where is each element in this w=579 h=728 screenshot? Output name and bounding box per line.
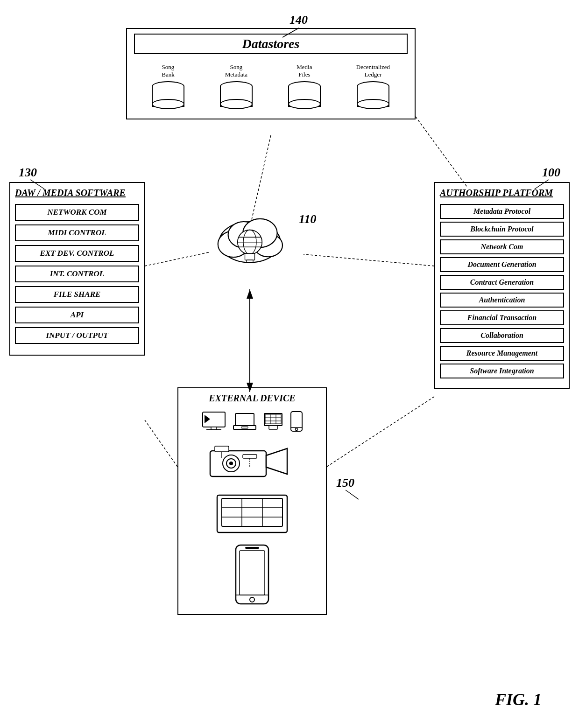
svg-rect-38 — [269, 426, 277, 429]
daw-int-control: INT. CONTROL — [15, 266, 139, 282]
daw-title: DAW / MEDIA SOFTWARE — [15, 188, 139, 198]
ref-130: 130 — [19, 166, 37, 180]
smartphone-icon — [231, 544, 273, 605]
cylinder-media-files — [288, 81, 321, 109]
auth-document-generation: Document Generation — [440, 257, 564, 272]
svg-marker-4 — [247, 289, 253, 299]
device-row-4 — [231, 544, 273, 605]
datastore-label-song-bank: SongBank — [162, 63, 174, 78]
svg-line-6 — [145, 420, 177, 467]
svg-rect-33 — [265, 414, 281, 424]
device-row-1 — [202, 411, 303, 432]
svg-point-46 — [229, 462, 233, 465]
daw-ext-dev-control: EXT DEV. CONTROL — [15, 245, 139, 262]
auth-box: AUTHORSHIP PLATFORM Metadata Protocol Bl… — [434, 182, 570, 389]
auth-authentication: Authentication — [440, 293, 564, 308]
datastore-song-metadata: SongMetadata — [220, 63, 253, 109]
cylinder-song-metadata — [220, 81, 253, 109]
mobile-icon-small — [290, 411, 303, 432]
daw-input-output: INPUT / OUTPUT — [15, 327, 139, 344]
svg-line-2 — [304, 254, 434, 266]
svg-rect-47 — [215, 446, 229, 452]
external-device-box: EXTERNAL DEVICE — [177, 387, 327, 615]
auth-contract-generation: Contract Generation — [440, 275, 564, 290]
video-camera-icon — [205, 441, 299, 483]
datastores-title: Datastores — [134, 34, 408, 54]
laptop-icon — [233, 413, 256, 430]
auth-collaboration: Collaboration — [440, 328, 564, 343]
svg-line-7 — [327, 397, 434, 467]
svg-rect-52 — [222, 498, 282, 526]
svg-rect-24 — [247, 260, 253, 262]
cloud-area — [196, 205, 304, 273]
svg-line-8 — [416, 117, 467, 187]
daw-midi-control: MIDI CONTROL — [15, 224, 139, 241]
datastore-label-media-files: MediaFiles — [297, 63, 312, 78]
desktop-icon — [263, 413, 283, 430]
figure-label: FIG. 1 — [495, 690, 542, 709]
auth-title: AUTHORSHIP PLATFORM — [440, 188, 564, 198]
svg-marker-43 — [266, 448, 287, 474]
svg-rect-49 — [243, 455, 257, 458]
svg-rect-29 — [235, 413, 254, 426]
daw-network-com: NETWORK COM — [15, 204, 139, 221]
svg-line-12 — [346, 490, 359, 499]
svg-rect-58 — [240, 551, 265, 595]
auth-metadata-protocol: Metadata Protocol — [440, 204, 564, 219]
datastores-items: SongBank SongMetadata MediaFiles — [134, 63, 408, 109]
daw-box: DAW / MEDIA SOFTWARE NETWORK COM MIDI CO… — [9, 182, 145, 356]
auth-software-integration: Software Integration — [440, 364, 564, 378]
cylinder-song-bank — [152, 81, 184, 109]
external-device-list — [183, 411, 321, 605]
device-row-3 — [215, 493, 290, 535]
datastores-box: Datastores SongBank SongMetadata MediaFi… — [126, 28, 416, 119]
tablet-panel-icon — [215, 493, 290, 535]
svg-rect-23 — [245, 253, 255, 260]
svg-rect-61 — [245, 547, 259, 549]
cylinder-decentralized-ledger — [357, 81, 389, 109]
external-device-title: EXTERNAL DEVICE — [183, 393, 321, 404]
datastore-song-bank: SongBank — [152, 63, 184, 109]
auth-blockchain-protocol: Blockchain Protocol — [440, 222, 564, 237]
datastore-label-decentralized-ledger: DecentralizedLedger — [356, 63, 390, 78]
datastore-media-files: MediaFiles — [288, 63, 321, 109]
cloud-icon — [208, 205, 292, 271]
monitor-icon — [202, 411, 226, 432]
datastore-decentralized-ledger: DecentralizedLedger — [356, 63, 390, 109]
svg-rect-31 — [241, 427, 248, 428]
ref-150: 150 — [336, 476, 354, 490]
daw-file-share: FILE SHARE — [15, 286, 139, 303]
auth-resource-management: Resource Management — [440, 346, 564, 361]
device-row-2 — [205, 441, 299, 483]
auth-network-com: Network Com — [440, 239, 564, 254]
ref-100: 100 — [542, 166, 560, 180]
datastore-label-song-metadata: SongMetadata — [225, 63, 247, 78]
daw-api: API — [15, 307, 139, 323]
auth-financial-transaction: Financial Transaction — [440, 310, 564, 325]
ref-140: 140 — [290, 13, 308, 27]
